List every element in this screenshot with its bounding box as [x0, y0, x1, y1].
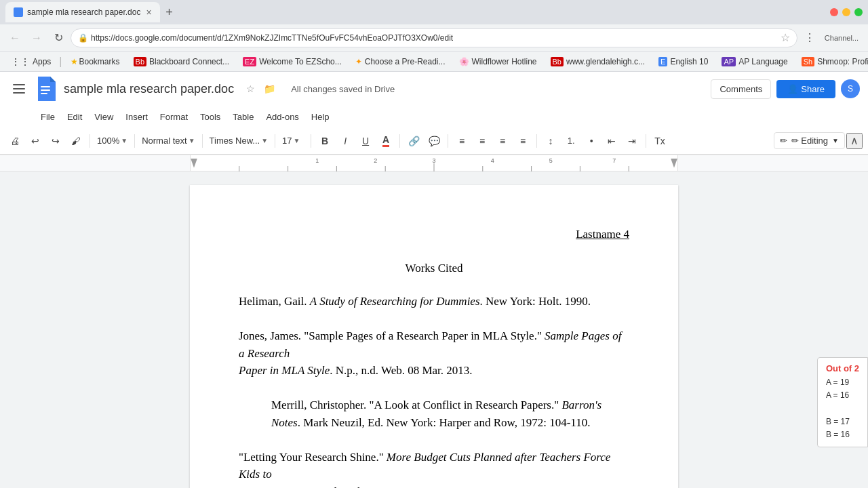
window-minimize-btn[interactable]	[842, 8, 850, 16]
zoom-value: 100%	[97, 136, 119, 146]
citation-3-text: Merrill, Christopher. "A Look at Conflic…	[271, 399, 601, 411]
docs-logo	[35, 77, 56, 101]
menu-help[interactable]: Help	[306, 109, 335, 125]
extensions-btn[interactable]: ⋮	[800, 28, 819, 47]
bookmark-aplanguage[interactable]: AP AP Language	[716, 56, 793, 68]
citation-4: "Letting Your Research Shine." More Budg…	[239, 449, 629, 483]
bookmark-wildflower[interactable]: 🌸 Wildflower Hotline	[454, 56, 542, 68]
comments-button[interactable]: Comments	[711, 79, 771, 99]
reload-button[interactable]: ↻	[49, 28, 68, 47]
align-right-btn[interactable]: ≡	[493, 131, 512, 150]
bookmark-glendale[interactable]: Bb www.glendalehigh.c...	[545, 56, 651, 68]
nav-bar: ← → ↻ 🔒 https://docs.google.com/document…	[0, 24, 868, 52]
wildflower-icon: 🌸	[459, 57, 469, 66]
editing-mode-select[interactable]: ✏ ✏ Editing ▼	[774, 132, 845, 149]
back-button[interactable]: ←	[5, 28, 24, 47]
user-avatar[interactable]: S sclark@gusd.net	[841, 79, 860, 98]
toolbar: 🖨 ↩ ↪ 🖌 100% ▼ Normal text ▼ Times New..…	[0, 127, 868, 155]
bookmarks-bar: ⋮⋮ Apps | ★ Bookmarks Bb Blackboard Conn…	[0, 52, 868, 72]
paragraph-style-select[interactable]: Normal text ▼	[139, 132, 197, 150]
clear-formatting-btn[interactable]: Tx	[650, 131, 669, 150]
redo-btn[interactable]: ↪	[46, 131, 65, 150]
bold-btn[interactable]: B	[315, 131, 334, 150]
bookmark-doc-btn[interactable]: ☆	[242, 81, 258, 97]
paintformat-btn[interactable]: 🖌	[66, 131, 85, 150]
undo-btn[interactable]: ↩	[26, 131, 45, 150]
share-label: Share	[801, 84, 825, 94]
menu-file[interactable]: File	[35, 109, 60, 125]
align-center-btn[interactable]: ≡	[473, 131, 492, 150]
color-btn[interactable]: A	[376, 131, 395, 150]
comment-btn[interactable]: 💬	[425, 131, 443, 150]
tab-close-btn[interactable]: ×	[146, 7, 151, 18]
collapse-toolbar-btn[interactable]: ∧	[846, 133, 863, 149]
menu-tools[interactable]: Tools	[195, 109, 226, 125]
user-profile-btn[interactable]: Channel...	[821, 28, 863, 47]
docs-menubar: File Edit View Insert Format Tools Table…	[0, 106, 868, 127]
hamburger-menu-btn[interactable]	[8, 78, 30, 100]
ruler-bar: 3 2 4 1 5 7	[0, 155, 868, 171]
docs-title: sample mla research paper.doc	[64, 82, 234, 96]
tab-title: sample mla research paper.doc	[27, 7, 140, 17]
bookmark-shmoop[interactable]: Sh Shmoop: Profile	[796, 56, 868, 68]
bookmark-aplanguage-label: AP Language	[738, 57, 788, 66]
window-maximize-btn[interactable]	[854, 8, 863, 16]
bookmark-ezschool-label: Welcome To EZScho...	[259, 57, 342, 66]
align-left-btn[interactable]: ≡	[452, 131, 471, 150]
align-justify-btn[interactable]: ≡	[513, 131, 532, 150]
line-spacing-btn[interactable]: ↕	[541, 131, 560, 150]
bookmark-ezschool[interactable]: EZ Welcome To EZScho...	[237, 56, 347, 68]
italic-icon: I	[344, 136, 347, 146]
svg-text:7: 7	[612, 157, 616, 164]
bookmark-english10[interactable]: E English 10	[653, 56, 713, 68]
italic-btn[interactable]: I	[336, 131, 355, 150]
toolbar-sep-7	[448, 134, 448, 148]
menu-format[interactable]: Format	[155, 109, 193, 125]
tab-favicon	[14, 7, 23, 17]
shmoop-icon: Sh	[802, 57, 814, 66]
zoom-select[interactable]: 100% ▼	[94, 132, 130, 150]
citation-4-cont: Write More. N.p., n.d. Web. 06 Mar. 2013…	[239, 483, 629, 489]
font-size-select[interactable]: 17 ▼	[279, 132, 307, 150]
bookmark-apps[interactable]: ⋮⋮ Apps	[5, 55, 56, 68]
link-btn[interactable]: 🔗	[404, 131, 423, 150]
menu-edit[interactable]: Edit	[62, 109, 87, 125]
increase-indent-btn[interactable]: ⇥	[623, 131, 642, 150]
active-tab[interactable]: sample mla research paper.doc ×	[5, 2, 160, 22]
bookmark-bookmarks[interactable]: ★ Bookmarks	[65, 56, 125, 68]
address-bar[interactable]: 🔒 https://docs.google.com/document/d/1ZX…	[71, 28, 797, 47]
citation-4-text: "Letting Your Research Shine." More Budg…	[239, 451, 610, 481]
forward-button[interactable]: →	[27, 28, 46, 47]
decrease-indent-btn[interactable]: ⇤	[602, 131, 621, 150]
bulleted-list-btn[interactable]: •	[582, 131, 601, 150]
font-select[interactable]: Times New... ▼	[207, 132, 271, 150]
share-button[interactable]: 👤 Share	[776, 80, 835, 98]
window-close-btn[interactable]	[830, 8, 838, 16]
menu-insert[interactable]: Insert	[120, 109, 153, 125]
numbered-list-btn[interactable]: 1.	[561, 131, 580, 150]
move-to-folder-btn[interactable]: 📁	[261, 81, 277, 97]
menu-addons[interactable]: Add-ons	[260, 109, 304, 125]
bookmark-star[interactable]: ☆	[781, 31, 790, 44]
menu-view[interactable]: View	[89, 109, 119, 125]
bookmark-prereading[interactable]: ✦ Choose a Pre-Readi...	[350, 56, 451, 68]
document-area[interactable]: Lastname 4 Works Cited Heliman, Gail. A …	[0, 171, 868, 488]
ezschool-icon: EZ	[243, 57, 256, 66]
new-tab-button[interactable]: +	[160, 3, 179, 22]
toolbar-sep-4	[275, 134, 275, 148]
underline-btn[interactable]: U	[356, 131, 375, 150]
menu-table[interactable]: Table	[227, 109, 259, 125]
score-b16: B = 16	[826, 428, 859, 441]
print-btn[interactable]: 🖨	[5, 131, 24, 150]
font-value: Times New...	[210, 136, 260, 146]
document-page[interactable]: Lastname 4 Works Cited Heliman, Gail. A …	[190, 185, 678, 488]
svg-rect-4	[41, 89, 50, 91]
bookmark-bookmarks-label: Bookmarks	[79, 57, 120, 66]
bookmark-blackboard[interactable]: Bb Blackboard Connect...	[128, 56, 235, 68]
secure-icon: 🔒	[78, 33, 88, 43]
paragraph-style-arrow-icon: ▼	[189, 137, 195, 144]
bookmark-blackboard-label: Blackboard Connect...	[149, 57, 229, 66]
svg-rect-5	[41, 93, 47, 94]
svg-text:3: 3	[432, 157, 435, 164]
docs-title-actions: ☆ 📁	[242, 81, 277, 97]
